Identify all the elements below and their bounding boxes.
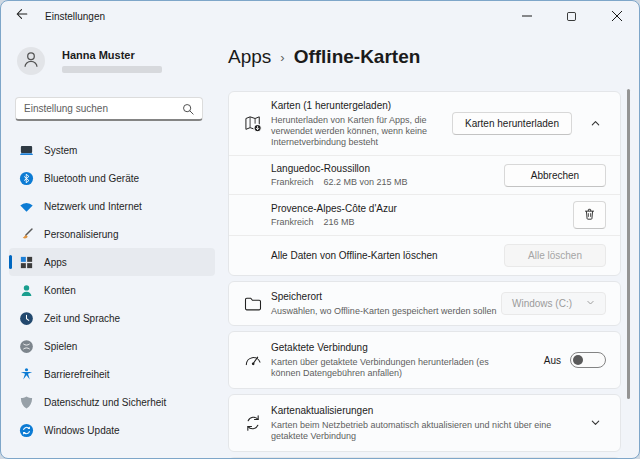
apps-icon bbox=[19, 255, 34, 270]
accessibility-icon bbox=[19, 367, 34, 382]
sidebar-nav: System Bluetooth und Geräte Netzwerk und… bbox=[1, 136, 222, 444]
sidebar-item-label: System bbox=[44, 145, 77, 156]
maximize-button[interactable] bbox=[549, 1, 594, 31]
windows-update-icon bbox=[19, 423, 34, 438]
sidebar-item-time-language[interactable]: Zeit und Sprache bbox=[9, 304, 215, 332]
sidebar-item-label: Bluetooth und Geräte bbox=[44, 173, 139, 184]
maximize-icon bbox=[567, 7, 576, 25]
page-title: Offline-Karten bbox=[294, 44, 421, 70]
sidebar-item-accessibility[interactable]: Barrierefreiheit bbox=[9, 360, 215, 388]
settings-search bbox=[15, 97, 203, 121]
metered-title: Getaktete Verbindung bbox=[271, 341, 503, 354]
selection-indicator bbox=[9, 255, 12, 269]
storage-card: Speicherort Auswählen, wo Offline-Karten… bbox=[228, 281, 621, 326]
main-content: Apps › Offline-Karten Karten (1 herunter… bbox=[222, 31, 639, 458]
sidebar-item-apps[interactable]: Apps bbox=[9, 248, 215, 276]
delete-all-label: Alle Daten von Offline-Karten löschen bbox=[271, 249, 438, 262]
settings-window: Einstellungen Hanna Muste bbox=[0, 0, 640, 459]
personalization-icon bbox=[19, 227, 34, 242]
minimize-icon bbox=[522, 7, 532, 25]
sidebar-item-label: Barrierefreiheit bbox=[44, 369, 110, 380]
expand-expander-button[interactable] bbox=[584, 414, 606, 432]
download-row-provence: Provence-Alpes-Côte d'Azur Frankreich216… bbox=[229, 194, 620, 235]
updates-title: Kartenaktualisierungen bbox=[271, 404, 572, 417]
delete-all-row: Alle Daten von Offline-Karten löschen Al… bbox=[229, 235, 620, 275]
metered-description: Karten über getaktete Verbindungen herun… bbox=[271, 357, 503, 379]
sidebar-item-label: Spielen bbox=[44, 341, 77, 352]
sidebar-item-personalization[interactable]: Personalisierung bbox=[9, 220, 215, 248]
back-arrow-icon bbox=[15, 7, 29, 25]
download-maps-button[interactable]: Karten herunterladen bbox=[452, 112, 572, 135]
maps-description: Herunterladen von Karten für Apps, die v… bbox=[271, 115, 452, 148]
back-button[interactable] bbox=[7, 4, 37, 28]
user-name: Hanna Muster bbox=[62, 49, 162, 61]
download-size: 216 MB bbox=[324, 217, 355, 227]
folder-icon bbox=[243, 294, 263, 314]
updates-description: Karten beim Netzbetrieb automatisch aktu… bbox=[271, 420, 572, 442]
metered-connection-card: Getaktete Verbindung Karten über getakte… bbox=[228, 331, 621, 389]
chevron-down-icon bbox=[586, 298, 595, 309]
network-icon bbox=[19, 199, 34, 214]
close-icon bbox=[612, 7, 622, 25]
sidebar-item-label: Konten bbox=[44, 285, 76, 296]
sidebar-item-label: Apps bbox=[44, 257, 67, 268]
sidebar-item-windows-update[interactable]: Windows Update bbox=[9, 416, 215, 444]
trash-icon bbox=[583, 207, 596, 223]
window-title: Einstellungen bbox=[45, 11, 105, 22]
breadcrumb-apps[interactable]: Apps bbox=[228, 44, 271, 70]
user-profile[interactable]: Hanna Muster bbox=[17, 47, 222, 75]
sidebar-item-bluetooth[interactable]: Bluetooth und Geräte bbox=[9, 164, 215, 192]
delete-all-button[interactable]: Alle löschen bbox=[504, 244, 606, 267]
sync-icon bbox=[243, 413, 263, 433]
metered-toggle[interactable] bbox=[570, 352, 606, 368]
sidebar-item-label: Datenschutz und Sicherheit bbox=[44, 397, 166, 408]
download-size: 62.2 MB von 215 MB bbox=[324, 177, 408, 187]
map-download-icon bbox=[243, 113, 263, 134]
privacy-shield-icon bbox=[19, 395, 34, 410]
download-region: Frankreich bbox=[271, 177, 314, 187]
metered-connection-icon bbox=[243, 350, 263, 370]
titlebar: Einstellungen bbox=[1, 1, 639, 31]
download-name: Provence-Alpes-Côte d'Azur bbox=[271, 202, 397, 215]
sidebar-item-label: Zeit und Sprache bbox=[44, 313, 120, 324]
breadcrumb-separator: › bbox=[280, 43, 284, 71]
sidebar-item-privacy[interactable]: Datenschutz und Sicherheit bbox=[9, 388, 215, 416]
storage-drive-select[interactable]: Windows (C:) bbox=[501, 292, 606, 315]
sidebar-item-gaming[interactable]: Spielen bbox=[9, 332, 215, 360]
toggle-state-label: Aus bbox=[544, 355, 561, 366]
maps-title: Karten (1 heruntergeladen) bbox=[271, 99, 452, 112]
cancel-download-button[interactable]: Abbrechen bbox=[504, 164, 606, 187]
maps-header-row: Karten (1 heruntergeladen) Herunterladen… bbox=[229, 92, 620, 155]
storage-description: Auswählen, wo Offline-Karten gespeichert… bbox=[271, 306, 501, 317]
system-icon bbox=[19, 143, 34, 158]
collapse-expander-button[interactable] bbox=[584, 115, 606, 133]
map-updates-card: Kartenaktualisierungen Karten beim Netzb… bbox=[228, 394, 621, 452]
minimize-button[interactable] bbox=[504, 1, 549, 31]
breadcrumb: Apps › Offline-Karten bbox=[228, 43, 639, 71]
download-region: Frankreich bbox=[271, 217, 314, 227]
download-name: Languedoc-Roussillon bbox=[271, 162, 408, 175]
sidebar-item-label: Personalisierung bbox=[44, 229, 119, 240]
sidebar: Hanna Muster System Bluetooth und Geräte bbox=[1, 31, 222, 458]
sidebar-item-accounts[interactable]: Konten bbox=[9, 276, 215, 304]
search-input[interactable] bbox=[16, 103, 182, 114]
storage-title: Speicherort bbox=[271, 290, 501, 303]
search-icon bbox=[182, 103, 194, 115]
chevron-up-icon bbox=[590, 115, 601, 133]
scrollbar[interactable] bbox=[627, 89, 630, 399]
delete-map-button[interactable] bbox=[573, 201, 606, 229]
user-email-redacted bbox=[62, 66, 162, 73]
download-row-languedoc: Languedoc-Roussillon Frankreich62.2 MB v… bbox=[229, 155, 620, 194]
sidebar-item-label: Netzwerk und Internet bbox=[44, 201, 142, 212]
offline-maps-card: Karten (1 heruntergeladen) Herunterladen… bbox=[228, 91, 621, 276]
chevron-down-icon bbox=[590, 414, 601, 432]
gaming-icon bbox=[19, 339, 34, 354]
sidebar-item-network[interactable]: Netzwerk und Internet bbox=[9, 192, 215, 220]
close-button[interactable] bbox=[594, 1, 639, 31]
storage-drive-value: Windows (C:) bbox=[512, 298, 572, 309]
toggle-knob bbox=[573, 355, 583, 365]
time-language-icon bbox=[19, 311, 34, 326]
avatar bbox=[17, 47, 45, 75]
sidebar-item-system[interactable]: System bbox=[9, 136, 215, 164]
accounts-icon bbox=[19, 283, 34, 298]
